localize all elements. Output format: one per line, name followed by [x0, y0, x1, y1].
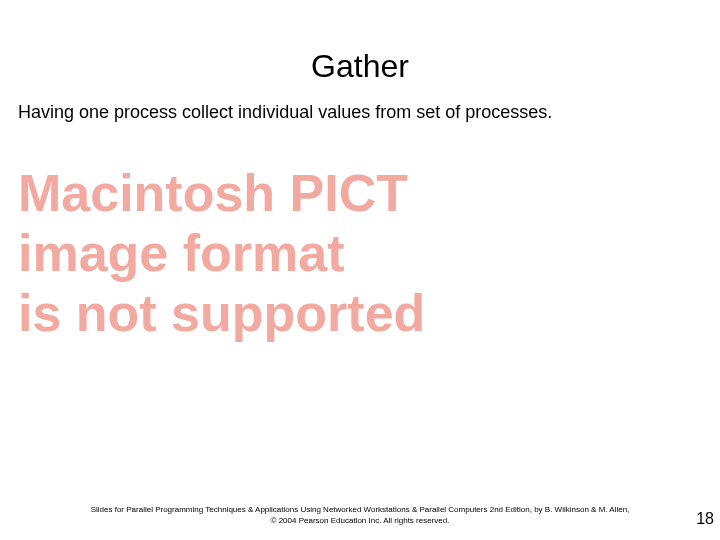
footer-line-1: Slides for Parallel Programming Techniqu… — [40, 505, 680, 515]
slide-body-text: Having one process collect individual va… — [18, 101, 680, 124]
footer: Slides for Parallel Programming Techniqu… — [0, 505, 720, 526]
page-number: 18 — [696, 510, 714, 528]
placeholder-line-3: is not supported — [18, 284, 720, 344]
pict-placeholder: Macintosh PICT image format is not suppo… — [18, 164, 720, 343]
placeholder-line-1: Macintosh PICT — [18, 164, 720, 224]
slide-title: Gather — [0, 48, 720, 85]
footer-line-2: © 2004 Pearson Education Inc. All rights… — [40, 516, 680, 526]
placeholder-line-2: image format — [18, 224, 720, 284]
